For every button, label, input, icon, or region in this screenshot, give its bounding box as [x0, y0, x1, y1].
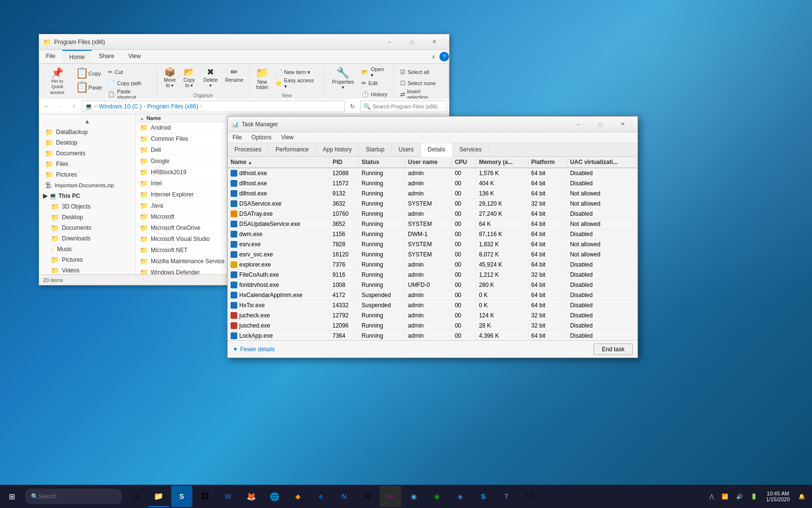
tray-volume[interactable]: 🔊	[733, 492, 746, 502]
move-to-button[interactable]: 📦 Moveto ▾	[161, 67, 178, 92]
taskbar-app-app2[interactable]: N	[334, 486, 355, 507]
table-row[interactable]: fontdrvhost.exe 1008 Running UMFD-0 00 2…	[228, 280, 638, 290]
tray-chevron[interactable]: ⋀	[707, 492, 717, 502]
tab-performance[interactable]: Performance	[269, 143, 316, 156]
table-row[interactable]: jusched.exe 12096 Running admin 00 28 K …	[228, 321, 638, 331]
taskbar-app-explorer[interactable]: 📁	[148, 486, 169, 507]
fewer-details-button[interactable]: ▼ Fewer details	[232, 346, 275, 353]
tray-network[interactable]: 📶	[719, 492, 731, 502]
back-button[interactable]: ←	[41, 101, 53, 112]
table-row[interactable]: dllhost.exe 12088 Running admin 00 1,576…	[228, 168, 638, 179]
taskbar-app-app3[interactable]: ◉	[426, 486, 448, 507]
taskbar-app-app4[interactable]: ◈	[450, 486, 471, 507]
tm-maximize-button[interactable]: □	[589, 117, 611, 132]
col-memory[interactable]: Memory (a...	[476, 157, 528, 168]
table-row[interactable]: FileCoAuth.exe 9116 Running admin 00 1,2…	[228, 270, 638, 280]
sidebar-item-3d-objects[interactable]: 📁 3D Objects	[39, 201, 135, 212]
tm-close-button[interactable]: ✕	[611, 117, 634, 132]
taskbar-search-input[interactable]	[38, 493, 116, 500]
tab-startup[interactable]: Startup	[359, 143, 392, 156]
tm-menu-file[interactable]: File	[228, 132, 246, 143]
taskbar-app-app1[interactable]: ◆	[287, 486, 308, 507]
select-none-button[interactable]: ☐ Select none	[398, 78, 445, 89]
tab-file[interactable]: File	[39, 50, 62, 63]
edit-button[interactable]: ✏ Edit	[360, 78, 390, 89]
search-input[interactable]	[373, 104, 444, 109]
taskbar-app-skype[interactable]: S	[473, 486, 494, 507]
col-platform[interactable]: Platform	[528, 157, 567, 168]
tab-view[interactable]: View	[121, 50, 148, 63]
col-pid[interactable]: PID	[330, 157, 359, 168]
sidebar-item-music[interactable]: ♪ Music	[39, 244, 135, 254]
new-folder-button[interactable]: 📁 Newfolder	[254, 67, 271, 92]
tm-minimize-button[interactable]: −	[567, 117, 589, 132]
col-uac[interactable]: UAC virtualizati...	[567, 157, 638, 168]
help-button[interactable]: ?	[439, 52, 449, 61]
scroll-up-arrow[interactable]: ▲	[85, 118, 90, 125]
copy-button[interactable]: 📋 Copy	[73, 67, 104, 80]
table-row[interactable]: HxCalendarAppImm.exe 4172 Suspended admi…	[228, 290, 638, 300]
tab-details[interactable]: Details	[421, 143, 453, 157]
sidebar-item-pictures[interactable]: 📁 Pictures	[39, 169, 135, 180]
maximize-button[interactable]: □	[401, 34, 423, 50]
tray-time[interactable]: 10:45 AM 1/15/2020	[762, 489, 794, 504]
minimize-button[interactable]: −	[378, 34, 401, 50]
table-row[interactable]: dwm.exe 1156 Running DWM-1 00 87,116 K 6…	[228, 229, 638, 239]
tab-app-history[interactable]: App history	[316, 143, 359, 156]
table-row[interactable]: dllhost.exe 9132 Running admin 00 136 K …	[228, 189, 638, 199]
tab-home[interactable]: Home	[62, 50, 92, 63]
tab-processes[interactable]: Processes	[228, 143, 269, 156]
table-row[interactable]: DSATray.exe 10760 Running admin 00 27,24…	[228, 209, 638, 219]
table-row[interactable]: esrv_svc.exe 16120 Running SYSTEM 00 8,0…	[228, 250, 638, 260]
pin-to-quick-access-button[interactable]: 📌 Pin to Quickaccess	[43, 67, 72, 92]
end-task-button[interactable]: End task	[594, 344, 633, 355]
col-name[interactable]: Name ▲	[228, 157, 330, 168]
col-status[interactable]: Status	[358, 157, 405, 168]
table-row[interactable]: esrv.exe 7828 Running SYSTEM 00 1,832 K …	[228, 239, 638, 250]
table-row[interactable]: jucheck.exe 12792 Running admin 00 124 K…	[228, 311, 638, 321]
tab-services[interactable]: Services	[453, 143, 489, 156]
sidebar-item-desktop2[interactable]: 📁 Desktop	[39, 212, 135, 223]
path-programfiles[interactable]: Program Files (x86)	[147, 103, 198, 110]
taskbar-app-gallery[interactable]: ◉	[403, 486, 424, 507]
tray-notification[interactable]: 🔔	[796, 492, 808, 502]
table-row[interactable]: explorer.exe 7376 Running admin 00 45,92…	[228, 260, 638, 270]
taskbar-app-firefox[interactable]: 🦊	[241, 486, 262, 507]
sidebar-item-documents[interactable]: 📁 Documents	[39, 148, 135, 159]
tm-menu-options[interactable]: Options	[246, 132, 276, 143]
rename-button[interactable]: ✏ Rename	[223, 67, 246, 92]
col-cpu[interactable]: CPU	[451, 157, 476, 168]
address-path[interactable]: 💻 » Windows 10 (C:) › Program Files (x86…	[82, 101, 345, 112]
select-all-button[interactable]: ☑ Select all	[398, 67, 445, 77]
table-row[interactable]: DSAService.exe 3632 Running SYSTEM 00 29…	[228, 199, 638, 209]
this-pc-header[interactable]: ▶ 💻 This PC	[39, 191, 135, 201]
refresh-button[interactable]: ↻	[347, 101, 358, 112]
table-row[interactable]: LockApp.exe 7364 Running admin 00 4,396 …	[228, 331, 638, 341]
sidebar-item-databackup[interactable]: 📁 DataBackup	[39, 127, 135, 137]
new-item-button[interactable]: 📄 New item ▾	[273, 67, 320, 77]
paste-shortcut-button[interactable]: 📋 Paste shortcut	[106, 89, 153, 100]
sidebar-item-pictures2[interactable]: 📁 Pictures	[39, 254, 135, 265]
sidebar-item-files[interactable]: 📁 Files	[39, 159, 135, 169]
sidebar-item-documents2[interactable]: 📁 Documents	[39, 223, 135, 233]
easy-access-button[interactable]: ⭐ Easy access ▾	[273, 78, 320, 89]
start-button[interactable]: ⊞	[0, 485, 23, 508]
copy-to-button[interactable]: 📂 Copyto ▾	[180, 67, 198, 92]
taskbar-app-taskview[interactable]: ❑	[125, 486, 146, 507]
taskbar-app-security[interactable]: 🛡	[519, 486, 540, 507]
taskbar-app-chrome[interactable]: 🌐	[264, 486, 285, 507]
sidebar-item-videos[interactable]: 📁 Videos	[39, 265, 135, 274]
tm-menu-view[interactable]: View	[276, 132, 299, 143]
sidebar-item-desktop[interactable]: 📁 Desktop	[39, 137, 135, 148]
properties-button[interactable]: 🔧 Properties ▾	[328, 67, 358, 92]
cut-button[interactable]: ✂ Cut	[106, 67, 153, 77]
close-button[interactable]: ✕	[423, 34, 445, 50]
taskbar-app-photos[interactable]: 🖼	[194, 486, 216, 507]
taskbar-app-teams[interactable]: T	[496, 486, 517, 507]
taskbar-app-word[interactable]: W	[218, 486, 239, 507]
taskbar-app-mail[interactable]: ✉	[357, 486, 378, 507]
sidebar-item-downloads[interactable]: 📁 Downloads	[39, 233, 135, 244]
invert-selection-button[interactable]: ⇄ Invert selection	[398, 89, 445, 100]
tab-share[interactable]: Share	[92, 50, 121, 63]
copy-path-button[interactable]: 📄 Copy path	[106, 78, 153, 89]
